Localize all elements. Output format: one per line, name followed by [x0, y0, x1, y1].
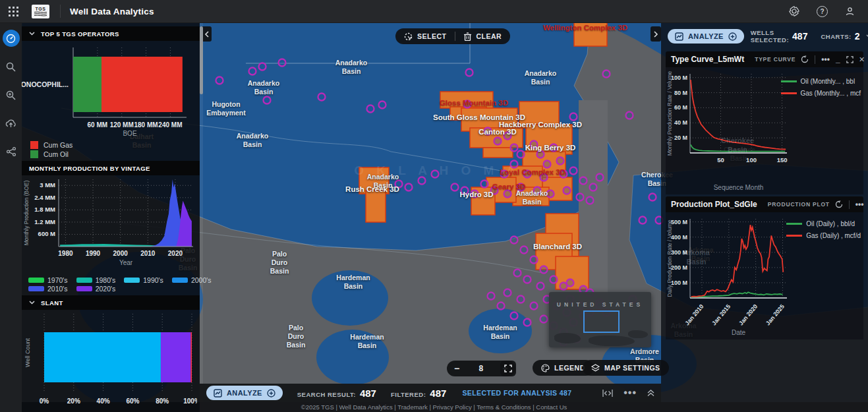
well-marker[interactable] [524, 319, 531, 326]
well-marker[interactable] [264, 97, 271, 104]
well-marker[interactable] [405, 184, 413, 191]
advanced-search-rail-button[interactable] [3, 86, 20, 103]
well-marker[interactable] [501, 171, 508, 178]
well-marker[interactable] [318, 94, 326, 101]
map-settings-button[interactable]: MAP SETTINGS [583, 360, 669, 376]
well-marker[interactable] [524, 171, 531, 178]
well-marker[interactable] [596, 174, 604, 181]
inset-viewport-box[interactable] [583, 310, 620, 333]
search-rail-button[interactable] [3, 58, 20, 75]
well-marker[interactable] [540, 316, 548, 323]
well-marker[interactable] [511, 237, 518, 244]
refresh-icon[interactable] [835, 200, 843, 208]
well-marker[interactable] [544, 161, 551, 168]
well-marker[interactable] [379, 102, 386, 109]
share-rail-button[interactable] [3, 143, 20, 160]
settings-gear-icon[interactable] [789, 6, 799, 16]
well-marker[interactable] [564, 187, 571, 194]
well-marker[interactable] [626, 112, 633, 119]
window-more-icon[interactable]: ••• [821, 55, 830, 64]
well-marker[interactable] [570, 167, 577, 175]
well-marker[interactable] [517, 184, 525, 191]
well-marker[interactable] [491, 187, 498, 194]
select-button[interactable]: SELECT [395, 28, 455, 44]
well-marker[interactable] [639, 217, 647, 224]
well-marker[interactable] [504, 191, 511, 198]
well-marker[interactable] [603, 71, 610, 78]
well-marker[interactable] [649, 194, 656, 201]
well-marker[interactable] [504, 132, 511, 140]
well-marker[interactable] [550, 276, 558, 283]
well-marker[interactable] [547, 191, 554, 198]
map-fullscreen-button[interactable] [500, 361, 516, 376]
dashboard-rail-button[interactable] [3, 30, 20, 47]
well-marker[interactable] [279, 59, 286, 67]
well-marker[interactable] [540, 174, 548, 181]
operator-bar-segment[interactable] [101, 57, 183, 112]
well-marker[interactable] [550, 144, 558, 152]
zoom-out-button[interactable]: − [454, 363, 460, 374]
export-rail-button[interactable] [3, 115, 20, 132]
clear-button[interactable]: CLEAR [455, 28, 510, 44]
well-marker[interactable] [577, 194, 584, 201]
well-marker[interactable] [395, 181, 403, 188]
window-minimize-icon[interactable]: _ [836, 55, 840, 64]
well-marker[interactable] [524, 276, 531, 283]
well-marker[interactable] [498, 303, 505, 310]
well-marker[interactable] [521, 247, 528, 254]
analyze-button[interactable]: ANALYZE [206, 386, 283, 400]
window-more-icon[interactable]: ••• [855, 200, 864, 209]
well-marker[interactable] [419, 177, 426, 185]
collapse-right-panel-button[interactable] [651, 26, 661, 42]
panel-header-top5-operators[interactable]: TOP 5 TGS OPERATORS [22, 26, 200, 41]
survey-polygon[interactable] [359, 167, 389, 194]
well-marker[interactable] [517, 296, 525, 303]
panel-header-monthly-production[interactable]: MONTHLY PRODUCTION BY VINTAGE [22, 161, 200, 175]
well-marker[interactable] [451, 184, 459, 191]
well-marker[interactable] [464, 101, 471, 108]
user-account-icon[interactable] [845, 7, 855, 16]
well-marker[interactable] [249, 68, 256, 75]
well-marker[interactable] [517, 151, 525, 158]
monthly-production-vintage-chart[interactable]: 600 M1.2 MM1.8 MM2.4 MM3 MM1980199020002… [22, 175, 200, 276]
type-curve-chart-body[interactable]: Cherokee Basin 20 M40 M60 M80 M100 M5010… [666, 67, 863, 194]
footer-text[interactable]: ©2025 TGS | Well Data Analytics | Tradem… [301, 403, 567, 411]
well-marker[interactable] [504, 289, 511, 297]
well-marker[interactable] [514, 270, 521, 277]
window-maximize-icon[interactable] [846, 56, 854, 63]
top5-operators-chart[interactable]: 60 MM120 MM180 MM240 MMCONOCOPHIL...BOE [22, 41, 200, 140]
well-marker[interactable] [488, 293, 495, 300]
chart-line-series[interactable] [691, 225, 784, 297]
well-marker[interactable] [367, 105, 374, 113]
slant-bar-segment[interactable] [161, 332, 190, 382]
well-marker[interactable] [560, 171, 567, 178]
well-marker[interactable] [531, 303, 538, 310]
well-marker[interactable] [590, 184, 597, 191]
help-icon[interactable]: ? [817, 6, 828, 17]
well-marker[interactable] [466, 69, 473, 76]
well-marker[interactable] [432, 171, 439, 178]
inset-overview-map[interactable]: UNITED STATES [549, 292, 651, 347]
window-close-icon[interactable]: × [859, 54, 865, 65]
analyze-button[interactable]: ANALYZE [668, 29, 744, 44]
well-marker[interactable] [537, 283, 544, 290]
well-marker[interactable] [580, 177, 587, 185]
well-marker[interactable] [537, 151, 544, 158]
chart-line-series[interactable] [691, 80, 786, 149]
well-marker[interactable] [511, 161, 518, 168]
well-marker[interactable] [540, 266, 548, 274]
well-marker[interactable] [570, 113, 577, 121]
well-marker[interactable] [567, 280, 574, 287]
well-marker[interactable] [471, 191, 478, 198]
well-marker[interactable] [534, 187, 541, 194]
well-marker[interactable] [259, 63, 266, 71]
survey-polygon[interactable] [366, 191, 386, 222]
app-grid-icon[interactable] [9, 7, 18, 16]
slant-bar-segment[interactable] [44, 332, 161, 382]
production-plot-window-titlebar[interactable]: Production Plot_SdGIe PRODUCTION PLOT ••… [666, 196, 863, 212]
survey-polygon[interactable] [519, 102, 559, 128]
survey-polygon[interactable] [526, 125, 572, 154]
slant-chart[interactable]: 0%20%40%60%80%100%Well Count [22, 310, 200, 412]
expand-horizontal-icon[interactable] [602, 390, 613, 397]
collapse-panel-icon[interactable] [647, 389, 654, 397]
